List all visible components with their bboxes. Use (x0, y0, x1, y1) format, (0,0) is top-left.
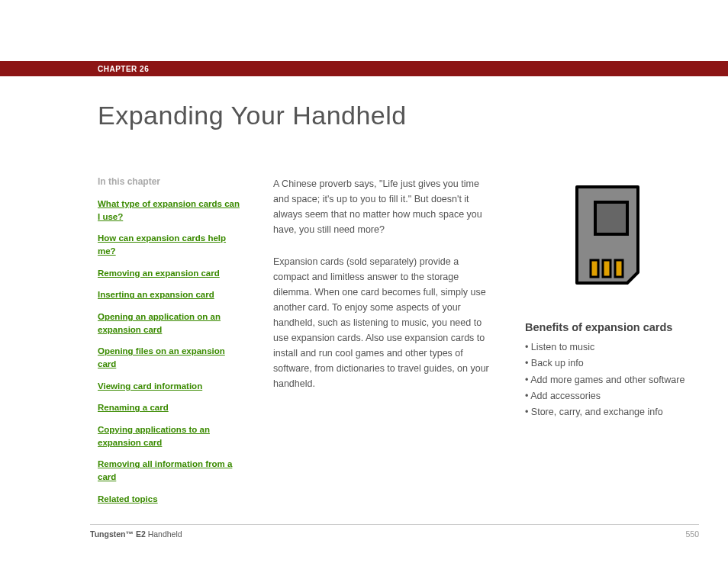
chapter-label: CHAPTER 26 (90, 61, 728, 76)
toc-link[interactable]: Inserting an expansion card (98, 288, 243, 301)
benefit-item: • Back up info (525, 355, 699, 372)
svg-rect-4 (615, 260, 623, 277)
benefit-item: • Add accessories (525, 388, 699, 404)
main-text: A Chinese proverb says, "Life just gives… (273, 176, 494, 514)
toc-link[interactable]: How can expansion cards help me? (98, 232, 243, 257)
product-rest: Handheld (146, 529, 182, 539)
toc-link[interactable]: Related topics (98, 493, 243, 506)
toc-link[interactable]: Renaming a card (98, 401, 243, 414)
body-paragraph: Expansion cards (sold separately) provid… (273, 254, 494, 391)
benefits-heading: Benefits of expansion cards (525, 321, 699, 333)
benefit-item: • Add more games and other software (525, 372, 699, 388)
intro-paragraph: A Chinese proverb says, "Life just gives… (273, 176, 494, 237)
product-bold: Tungsten™ E2 (90, 529, 146, 539)
toc-sidebar: In this chapter What type of expansion c… (98, 176, 243, 514)
toc-heading: In this chapter (98, 176, 243, 187)
toc-link[interactable]: Copying applications to an expansion car… (98, 423, 243, 449)
svg-rect-2 (591, 260, 598, 277)
toc-link[interactable]: Viewing card information (98, 380, 243, 393)
toc-link[interactable]: Opening files on an expansion card (98, 345, 243, 370)
page-number: 550 (685, 529, 699, 539)
right-column: Benefits of expansion cards • Listen to … (525, 176, 699, 514)
page-title: Expanding Your Handheld (98, 101, 728, 130)
toc-link[interactable]: What type of expansion cards can I use? (98, 198, 243, 223)
product-name: Tungsten™ E2 Handheld (90, 529, 182, 539)
toc-link[interactable]: Removing an expansion card (98, 267, 243, 280)
benefit-text: Back up info (531, 358, 584, 368)
benefit-item: • Listen to music (525, 339, 699, 355)
svg-rect-1 (595, 202, 627, 234)
benefit-text: Add accessories (530, 391, 601, 401)
chapter-bar: CHAPTER 26 (0, 61, 728, 76)
red-accent-block (0, 61, 90, 76)
benefit-text: Store, carry, and exchange info (531, 407, 663, 417)
benefit-text: Listen to music (531, 342, 594, 352)
benefit-item: • Store, carry, and exchange info (525, 404, 699, 420)
page-footer: Tungsten™ E2 Handheld 550 (90, 524, 699, 539)
toc-link[interactable]: Opening an application on an expansion c… (98, 310, 243, 336)
benefit-text: Add more games and other software (530, 375, 685, 385)
expansion-card-icon (556, 176, 655, 298)
svg-rect-3 (603, 260, 610, 277)
toc-link[interactable]: Removing all information from a card (98, 458, 243, 483)
content-area: In this chapter What type of expansion c… (98, 176, 699, 514)
